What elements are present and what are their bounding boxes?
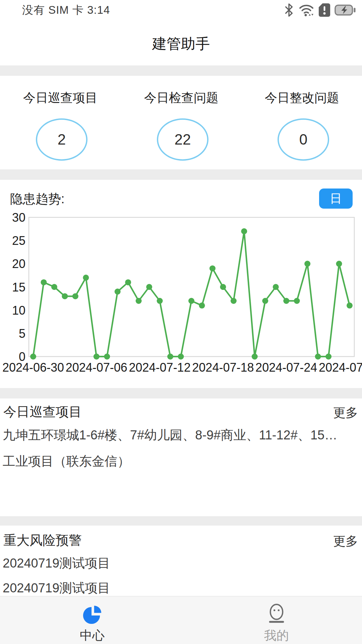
status-icons bbox=[283, 2, 356, 18]
tab-mine[interactable]: 我的 bbox=[240, 596, 313, 644]
stat-circle-issues: 22 bbox=[157, 118, 208, 161]
chart-point bbox=[336, 261, 342, 267]
tab-center[interactable]: 中心 bbox=[55, 596, 129, 644]
face-icon bbox=[266, 596, 287, 625]
chart-point bbox=[220, 284, 226, 290]
chart-point bbox=[252, 354, 258, 360]
stat-value: 0 bbox=[299, 131, 307, 148]
chart-point bbox=[178, 354, 184, 360]
chart-point bbox=[241, 228, 247, 234]
y-axis-tick-label: 5 bbox=[19, 327, 25, 340]
chart-point bbox=[62, 293, 68, 299]
y-axis-tick-label: 25 bbox=[12, 234, 25, 248]
tab-label-mine: 我的 bbox=[264, 627, 289, 644]
bluetooth-icon bbox=[283, 3, 295, 17]
divider-band bbox=[0, 169, 362, 180]
page-title: 建管助手 bbox=[0, 34, 362, 54]
list-item[interactable]: 九坤五环璟城1-6#楼、7#幼儿园、8-9#商业、11-12#、15… bbox=[3, 427, 361, 444]
list-item[interactable]: 20240719测试项目 bbox=[3, 580, 361, 597]
chart-point bbox=[125, 279, 131, 285]
chart-point bbox=[115, 288, 121, 294]
chart-point bbox=[273, 284, 279, 290]
x-axis-tick-label: 2024-07-06 bbox=[66, 361, 127, 374]
more-link-patrol[interactable]: 更多 bbox=[333, 405, 358, 421]
divider-band bbox=[0, 516, 362, 526]
chart-point bbox=[157, 298, 163, 304]
stat-circle-rectified: 0 bbox=[278, 118, 329, 161]
chart-point bbox=[72, 293, 78, 299]
x-axis-tick-label: 2024-06-30 bbox=[2, 361, 64, 374]
trend-section-title: 隐患趋势: bbox=[10, 191, 65, 208]
more-link-risk[interactable]: 更多 bbox=[333, 533, 358, 550]
chart-point bbox=[325, 354, 331, 360]
divider-band bbox=[0, 65, 362, 76]
section-title-patrol: 今日巡查项目 bbox=[3, 403, 82, 421]
app-screen: 没有 SIM 卡 3:14 bbox=[0, 0, 362, 644]
sim-alert-icon bbox=[318, 3, 331, 17]
y-axis-tick-label: 30 bbox=[12, 211, 25, 224]
chart-point bbox=[283, 298, 289, 304]
stat-value: 22 bbox=[175, 131, 191, 148]
battery-charging-icon bbox=[335, 3, 356, 17]
stat-circle-patrol: 2 bbox=[36, 118, 87, 161]
x-axis-tick-label: 2024-07-18 bbox=[192, 361, 254, 374]
chart-point bbox=[209, 265, 216, 271]
chart-point bbox=[294, 298, 300, 304]
stat-label-patrol: 今日巡查项目 bbox=[23, 90, 98, 106]
chart-point bbox=[188, 298, 194, 304]
y-axis-tick-label: 10 bbox=[12, 304, 25, 317]
chart-point bbox=[304, 261, 310, 267]
bottom-tab-bar: 中心 我的 bbox=[0, 596, 362, 644]
chart-point bbox=[41, 279, 47, 285]
chart-point bbox=[347, 303, 353, 309]
period-day-label: 日 bbox=[330, 191, 342, 207]
stat-label-rectified: 今日整改问题 bbox=[265, 90, 339, 106]
x-axis-tick-label: 2024-07-24 bbox=[255, 361, 317, 374]
tab-label-center: 中心 bbox=[80, 627, 105, 644]
chart-point bbox=[231, 298, 237, 304]
x-axis-tick-label: 2024-07-12 bbox=[129, 361, 191, 374]
stat-value: 2 bbox=[58, 131, 66, 148]
chart-point bbox=[167, 354, 173, 360]
hazard-trend-chart: 0510152025302024-06-302024-07-062024-07-… bbox=[0, 211, 362, 379]
chart-point bbox=[315, 354, 321, 360]
plot-area bbox=[29, 217, 354, 357]
wifi-icon bbox=[298, 3, 314, 17]
chart-point bbox=[83, 275, 89, 281]
stat-label-issues: 今日检查问题 bbox=[144, 90, 219, 106]
chart-point bbox=[30, 354, 36, 360]
period-day-button[interactable]: 日 bbox=[319, 189, 353, 209]
x-axis-tick-label: 2024-07-30 bbox=[319, 361, 362, 374]
chart-point bbox=[146, 284, 152, 290]
divider-band bbox=[0, 388, 362, 398]
list-item[interactable]: 20240719测试项目 bbox=[3, 555, 361, 572]
list-item[interactable]: 工业项目（联东金信） bbox=[3, 453, 361, 470]
chart-point bbox=[199, 303, 205, 309]
pie-chart-icon bbox=[82, 596, 103, 625]
chart-point bbox=[262, 298, 268, 304]
chart-point bbox=[51, 284, 57, 290]
y-axis-tick-label: 20 bbox=[12, 257, 25, 271]
y-axis-tick-label: 15 bbox=[12, 280, 25, 294]
chart-point bbox=[104, 354, 110, 360]
chart-point bbox=[94, 354, 100, 360]
status-carrier-time: 没有 SIM 卡 3:14 bbox=[22, 3, 110, 18]
chart-point bbox=[136, 298, 142, 304]
section-title-risk: 重大风险预警 bbox=[3, 531, 82, 549]
